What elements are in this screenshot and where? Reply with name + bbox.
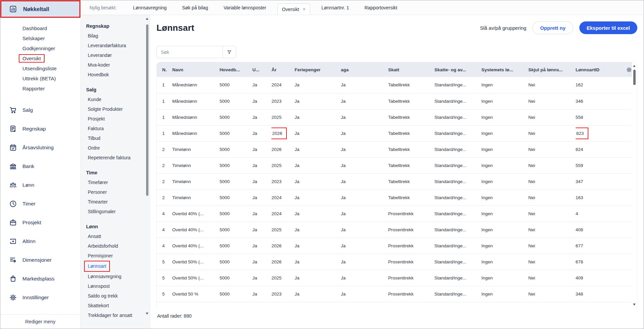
recent-item-variable-lonnsposter[interactable]: Variable lønnsposter — [223, 5, 266, 10]
table-cell: Nei — [528, 222, 576, 238]
sidebar-item-oversikt[interactable]: Oversikt — [0, 53, 80, 63]
column-header-navn[interactable]: Navn — [172, 62, 219, 77]
submenu-scrollbar-thumb[interactable] — [146, 24, 148, 196]
submenu-item-mva-koder[interactable]: Mva-koder — [86, 60, 145, 70]
column-header-skjul-pa-lonns[interactable]: Skjul på lønns... — [528, 62, 576, 77]
sidebar-item-bank[interactable]: Bank — [0, 157, 80, 176]
table-row[interactable]: 1Månedslønn5000Ja2026JaJaTabelltrekkStan… — [157, 125, 637, 141]
submenu-item-lonnsavregning[interactable]: Lønnsavregning — [86, 272, 145, 281]
sidebar-item-innstillinger[interactable]: Innstillinger — [0, 288, 80, 307]
sidebar-item-salg[interactable]: Salg — [0, 101, 80, 119]
submenu-item-personer[interactable]: Personer — [86, 187, 145, 197]
column-header-n[interactable]: N. — [157, 62, 172, 77]
table-row[interactable]: 5Overtid 50% (...5000Ja2025JaJaProsenttr… — [157, 270, 637, 286]
table-row[interactable]: 2Timelønn5000Ja2025JaJaTabelltrekkStanda… — [157, 157, 637, 173]
table-row[interactable]: 4Overtid 40% (...5000Ja2025JaJaProsenttr… — [157, 222, 637, 238]
close-icon[interactable]: × — [303, 7, 306, 12]
recent-item-lonnsartnr-1[interactable]: Lønnsartnr. 1 — [321, 5, 349, 10]
submenu-item-faktura[interactable]: Faktura — [86, 124, 145, 134]
submenu-item-trekkdager-for-ansatt[interactable]: Trekkdager for ansatt — [86, 311, 145, 320]
table-row[interactable]: 5Overtid 50 %5000Ja2023JaJaProsenttrekkS… — [157, 286, 637, 302]
sidebar-item-markedsplass[interactable]: Markedsplass — [0, 269, 80, 288]
sidebar-item-timer[interactable]: Timer — [0, 194, 80, 213]
column-header-feriepenger[interactable]: Feriepenger — [295, 62, 341, 77]
column-header-lonnsartid[interactable]: LønnsartID — [576, 62, 622, 77]
column-header-skatte-og-av[interactable]: Skatte- og av... — [435, 62, 481, 77]
calendar-check-icon — [9, 144, 17, 152]
column-header-systemets-lo[interactable]: Systemets lø... — [481, 62, 528, 77]
table-cell: Standard/inge... — [435, 286, 481, 302]
table-scrollbar[interactable] — [632, 62, 637, 308]
toggle-grouping-button[interactable]: Slå av/på gruppering — [480, 25, 526, 31]
sidebar-item-selskaper[interactable]: Selskaper — [0, 33, 80, 43]
create-new-button[interactable]: Opprett ny — [532, 21, 573, 34]
recent-item-sok-pa-bilag[interactable]: Søk på bilag — [182, 5, 208, 10]
scroll-down-icon[interactable] — [633, 304, 636, 306]
scroll-up-icon[interactable] — [146, 18, 148, 20]
sidebar-item-rapporter[interactable]: Rapporter — [0, 83, 80, 93]
table-cell: Standard/inge... — [435, 222, 481, 238]
table-row[interactable]: 4Overtid 40% (...5000Ja2026JaJaProsenttr… — [157, 238, 637, 254]
submenu-item-hovedbok[interactable]: Hovedbok — [86, 70, 145, 80]
table-row[interactable]: 5Overtid 50% (...5000Ja2024JaJaProsenttr… — [157, 302, 637, 308]
sidebar-item-uttrekk-beta[interactable]: Uttrekk (BETA) — [0, 73, 80, 83]
sidebar-item-nokkeltall[interactable]: Nøkkeltall — [0, 0, 80, 18]
recent-item-rapportoversikt[interactable]: Rapportoversikt — [365, 5, 397, 10]
submenu-item-ansatt[interactable]: Ansatt — [86, 232, 145, 241]
export-excel-button[interactable]: Eksporter til excel — [579, 21, 637, 34]
submenu-item-kunde[interactable]: Kunde — [86, 95, 145, 104]
table-row[interactable]: 4Overtid 40% (...5000Ja2024JaJaProsenttr… — [157, 205, 637, 222]
submenu-item-label: Hovedbok — [88, 71, 109, 79]
submenu-scrollbar[interactable] — [145, 15, 149, 329]
table-scrollbar-thumb[interactable] — [633, 70, 636, 85]
table-row[interactable]: 1Månedslønn5000Ja2024JaJaTabelltrekkStan… — [157, 77, 637, 93]
table-row[interactable]: 1Månedslønn5000Ja2025JaJaTabelltrekkStan… — [157, 109, 637, 125]
recent-item-lonnsavregning[interactable]: Lønnsavregning — [133, 5, 167, 10]
sidebar-item-godkjenninger[interactable]: Godkjenninger — [0, 43, 80, 53]
submenu-item-arbeidsforhold[interactable]: Arbeidsforhold — [86, 241, 145, 251]
table-cell: Ja — [252, 125, 271, 141]
submenu-item-stillingsmaler[interactable]: Stillingsmaler — [86, 207, 145, 217]
submenu-item-leverandor[interactable]: Leverandør — [86, 51, 145, 60]
column-header-hovedb[interactable]: Hovedb... — [219, 62, 252, 77]
sidebar-item-dimensjoner[interactable]: Dimensjoner — [0, 251, 80, 269]
submenu-item-ordre[interactable]: Ordre — [86, 143, 145, 153]
submenu-item-prosjekt[interactable]: Prosjekt — [86, 114, 145, 124]
sidebar-item-utsendingsliste[interactable]: Utsendingsliste — [0, 63, 80, 73]
table-row[interactable]: 1Månedslønn5000Ja2023JaJaTabelltrekkStan… — [157, 93, 637, 109]
sidebar-item-regnskap[interactable]: Regnskap — [0, 119, 80, 138]
sidebar-item-prosjekt[interactable]: Prosjekt — [0, 213, 80, 232]
submenu-item-leverandorfaktura[interactable]: Leverandørfaktura — [86, 41, 145, 51]
submenu-item-permisjoner[interactable]: Permisjoner — [86, 251, 145, 261]
sidebar-item-lonn[interactable]: Lønn — [0, 176, 80, 194]
submenu-item-saldo-og-trekk[interactable]: Saldo og trekk — [86, 291, 145, 301]
tab-oversikt[interactable]: Oversikt× — [277, 3, 311, 15]
search-input[interactable] — [156, 46, 222, 58]
submenu-item-skattekort[interactable]: Skattekort — [86, 301, 145, 311]
column-header-aga[interactable]: aga — [341, 62, 388, 77]
sidebar-item-dashboard[interactable]: Dashboard — [0, 23, 80, 33]
column-header-u[interactable]: U... — [252, 62, 271, 77]
table-row[interactable]: 2Timelønn5000Ja2023JaJaTabelltrekkStanda… — [157, 173, 637, 189]
table-row[interactable]: 2Timelønn5000Ja2026JaJaTabelltrekkStanda… — [157, 141, 637, 157]
table-row[interactable]: 5Overtid 50% (...5000Ja2026JaJaProsenttr… — [157, 254, 637, 270]
scroll-down-icon[interactable] — [146, 313, 148, 315]
submenu-item-timeforer[interactable]: Timefører — [86, 178, 145, 187]
sidebar-item-arsavslutning[interactable]: Årsavslutning — [0, 138, 80, 157]
column-header-skatt[interactable]: Skatt — [388, 62, 434, 77]
table-row[interactable]: 2Timelønn5000Ja2024JaJaTabelltrekkStanda… — [157, 189, 637, 205]
submenu-item-lonnsart[interactable]: Lønnsart — [86, 261, 145, 272]
rediger-meny-button[interactable]: Rediger meny — [0, 314, 80, 329]
sidebar-item-label: Godkjenninger — [22, 46, 55, 51]
column-header-ar[interactable]: År — [271, 62, 295, 77]
submenu-item-timearter[interactable]: Timearter — [86, 197, 145, 207]
submenu-item-lonnspost[interactable]: Lønnspost — [86, 281, 145, 291]
submenu-item-repeterende-faktura[interactable]: Repeterende faktura — [86, 153, 145, 163]
submenu-item-bilag[interactable]: Bilag — [86, 31, 145, 41]
sidebar-item-altinn[interactable]: Altinn — [0, 232, 80, 251]
submenu-item-solgte-produkter[interactable]: Solgte Produkter — [86, 104, 145, 114]
scroll-up-icon[interactable] — [633, 65, 636, 67]
filter-button[interactable] — [222, 46, 236, 58]
main-content: Lønnsart Slå av/på gruppering Opprett ny… — [150, 15, 644, 329]
submenu-item-tilbud[interactable]: Tilbud — [86, 134, 145, 143]
